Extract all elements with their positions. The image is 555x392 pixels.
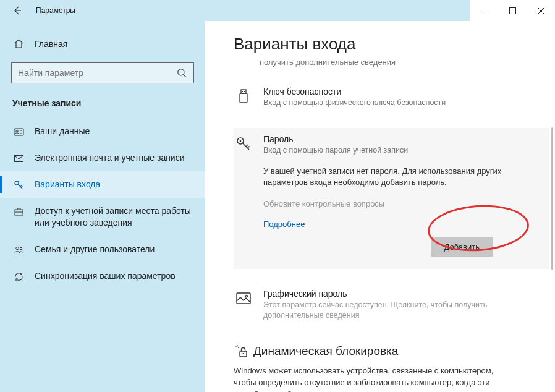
- sidebar: Главная Учетные записи Ваши данные Элект…: [0, 21, 205, 392]
- svg-rect-10: [240, 93, 247, 103]
- person-card-icon: [12, 127, 25, 137]
- maximize-button[interactable]: [498, 0, 527, 21]
- nav-label: Электронная почта и учетные записи: [35, 152, 184, 164]
- add-password-button[interactable]: Добавить: [431, 237, 493, 257]
- close-button[interactable]: [527, 0, 555, 21]
- briefcase-icon: [12, 207, 25, 217]
- nav-label: Семья и другие пользователи: [35, 244, 155, 255]
- svg-rect-9: [241, 90, 246, 93]
- page-heading: Варианты входа: [234, 35, 530, 54]
- nav-home-label: Главная: [35, 39, 67, 49]
- home-icon: [12, 38, 25, 49]
- password-disabled-link: Обновите контрольные вопросы: [263, 199, 530, 208]
- svg-point-8: [20, 247, 22, 249]
- search-icon: [176, 67, 187, 79]
- svg-point-12: [240, 140, 242, 142]
- svg-point-3: [15, 130, 17, 132]
- nav-signin-options[interactable]: Варианты входа: [0, 171, 205, 198]
- scrollbar-thumb[interactable]: [551, 127, 553, 270]
- option-title: Пароль: [263, 134, 408, 144]
- mail-icon: [12, 153, 25, 164]
- picture-icon: [234, 289, 253, 309]
- option-security-key[interactable]: Ключ безопасности Вход с помощью физичес…: [234, 80, 530, 114]
- nav-label: Доступ к учетной записи места работы или…: [35, 205, 193, 229]
- sidebar-section-header: Учетные записи: [0, 95, 205, 118]
- svg-rect-0: [509, 7, 515, 14]
- option-title: Графический пароль: [263, 289, 524, 299]
- password-learn-more-link[interactable]: Подробнее: [263, 219, 530, 229]
- option-title: Ключ безопасности: [263, 87, 446, 96]
- main-panel: Варианты входа получить дополнительные с…: [205, 21, 555, 392]
- option-picture-password[interactable]: Графический пароль Этот параметр сейчас …: [234, 283, 530, 327]
- sync-icon: [12, 271, 25, 282]
- nav-label: Синхронизация ваших параметров: [35, 270, 176, 282]
- svg-rect-13: [237, 293, 250, 304]
- page-subtitle: получить дополнительные сведения: [260, 58, 530, 67]
- option-password: Пароль Вход с помощью пароля учетной зап…: [234, 128, 549, 269]
- key-large-icon: [234, 134, 253, 154]
- nav-email-accounts[interactable]: Электронная почта и учетные записи: [0, 145, 205, 171]
- search-input[interactable]: [18, 68, 176, 78]
- dynamic-lock-body: Windows может использовать устройства, с…: [234, 365, 506, 392]
- option-desc: Этот параметр сейчас недоступен. Щелкнит…: [263, 300, 524, 321]
- svg-point-14: [245, 296, 247, 297]
- dynamic-lock-heading: Динамическая блокировка: [234, 344, 530, 358]
- svg-point-16: [242, 353, 244, 354]
- nav-label: Варианты входа: [35, 179, 100, 190]
- nav-label: Ваши данные: [35, 126, 90, 137]
- search-box[interactable]: [11, 62, 194, 83]
- nav-work-school[interactable]: Доступ к учетной записи места работы или…: [0, 198, 205, 236]
- minimize-button[interactable]: [470, 0, 498, 21]
- dynamic-lock-title: Динамическая блокировка: [253, 344, 398, 358]
- nav-family-users[interactable]: Семья и другие пользователи: [0, 236, 205, 263]
- usb-key-icon: [234, 87, 253, 106]
- back-button[interactable]: [9, 2, 26, 19]
- nav-sync-settings[interactable]: Синхронизация ваших параметров: [0, 263, 205, 289]
- lock-sparkle-icon: [234, 344, 250, 358]
- window-title: Параметры: [36, 6, 75, 15]
- option-password-head[interactable]: Пароль Вход с помощью пароля учетной зап…: [234, 134, 530, 156]
- svg-point-1: [178, 69, 184, 75]
- svg-point-7: [15, 247, 18, 249]
- password-body-text: У вашей учетной записи нет пароля. Для и…: [263, 166, 511, 188]
- option-desc: Вход с помощью пароля учетной записи: [263, 145, 408, 156]
- nav-home[interactable]: Главная: [0, 33, 205, 54]
- nav-your-info[interactable]: Ваши данные: [0, 118, 205, 145]
- back-arrow-icon: [12, 6, 22, 15]
- option-desc: Вход с помощью физического ключа безопас…: [263, 98, 446, 108]
- key-icon: [12, 180, 25, 190]
- people-icon: [12, 245, 25, 255]
